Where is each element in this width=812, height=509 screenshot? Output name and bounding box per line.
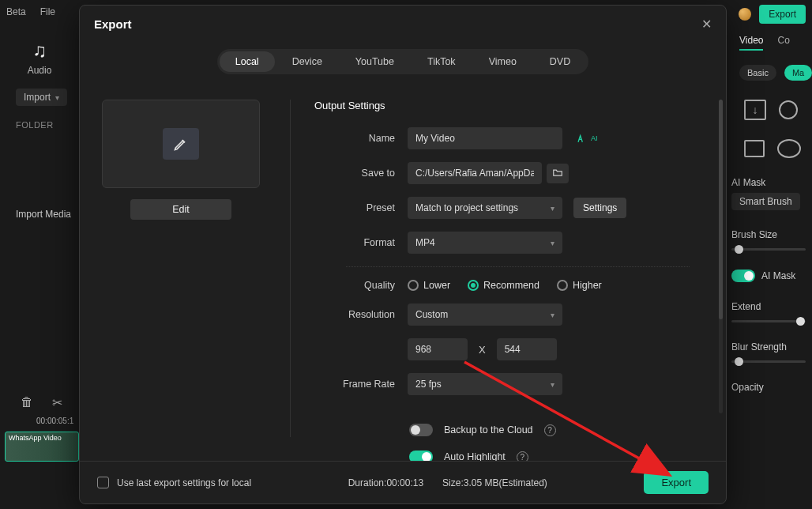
folder-section-label: FOLDER (16, 120, 79, 130)
info-icon[interactable]: ? (544, 424, 556, 436)
auto-highlight-label: Auto Highlight (444, 451, 506, 461)
export-button[interactable]: Export (644, 471, 709, 494)
music-note-icon: ♫ (0, 40, 79, 62)
ai-name-icon[interactable]: AI (577, 133, 598, 144)
close-icon[interactable]: ✕ (701, 17, 712, 32)
chevron-down-icon: ▾ (551, 239, 554, 247)
width-input[interactable] (408, 338, 468, 360)
format-label: Format (314, 237, 408, 248)
auto-highlight-toggle[interactable] (409, 451, 433, 461)
quality-label: Quality (314, 280, 408, 291)
quality-lower-label: Lower (423, 280, 450, 291)
quality-higher-label: Higher (573, 280, 602, 291)
tab-local[interactable]: Local (220, 51, 275, 72)
chevron-down-icon: ▾ (551, 380, 554, 389)
chevron-down-icon: ▾ (55, 93, 59, 102)
timeline-clip[interactable]: WhatsApp Video (5, 432, 79, 462)
dimension-x: X (479, 344, 486, 356)
scissors-icon[interactable]: ✂ (52, 395, 62, 410)
tab-video[interactable]: Video (739, 35, 763, 51)
audio-label: Audio (0, 65, 79, 76)
saveto-input[interactable] (408, 162, 542, 184)
info-icon[interactable]: ? (517, 451, 528, 462)
size-text: Size:3.05 MB(Estimated) (442, 477, 547, 488)
ai-mask-toggle-label: AI Mask (761, 270, 795, 281)
chevron-down-icon: ▾ (551, 311, 554, 319)
tab-tiktok[interactable]: TikTok (412, 51, 472, 72)
framerate-label: Frame Rate (314, 379, 408, 390)
quality-recommend-label: Recommend (483, 280, 539, 291)
settings-button[interactable]: Settings (573, 198, 626, 218)
export-modal: Export ✕ Local Device YouTube TikTok Vim… (79, 5, 727, 504)
trash-icon[interactable]: 🗑 (21, 395, 33, 410)
brush-size-slider[interactable] (731, 248, 806, 251)
name-input[interactable] (408, 127, 562, 149)
tab-dvd[interactable]: DVD (534, 51, 586, 72)
audio-tab[interactable]: ♫ Audio (0, 40, 79, 76)
thumbnail-preview (102, 100, 260, 188)
brush-size-label: Brush Size (731, 229, 812, 240)
divider (290, 100, 291, 437)
preset-label: Preset (314, 202, 408, 213)
opacity-label: Opacity (731, 382, 812, 393)
format-select[interactable]: MP4 ▾ (408, 232, 562, 254)
extend-label: Extend (731, 301, 812, 312)
backup-cloud-label: Backup to the Cloud (444, 424, 533, 435)
resolution-value: Custom (415, 309, 448, 320)
import-media-item[interactable]: Import Media (16, 209, 79, 220)
tab-youtube[interactable]: YouTube (340, 51, 410, 72)
blur-slider[interactable] (731, 360, 806, 363)
divider (346, 266, 690, 267)
extend-slider[interactable] (731, 320, 806, 322)
resolution-select[interactable]: Custom ▾ (408, 304, 562, 326)
ai-mask-toggle[interactable] (731, 270, 755, 282)
preset-value: Match to project settings (415, 202, 518, 213)
import-label: Import (24, 92, 51, 103)
quality-lower-radio[interactable]: Lower (408, 280, 450, 291)
circle-shape-icon[interactable] (779, 100, 798, 119)
folder-icon[interactable] (547, 164, 569, 183)
use-last-settings-checkbox[interactable] (97, 477, 109, 488)
output-settings-title: Output Settings (314, 100, 690, 111)
ellipse-shape-icon[interactable] (777, 139, 801, 158)
preset-select[interactable]: Match to project settings ▾ (408, 197, 562, 219)
pencil-icon (163, 128, 199, 160)
menu-file[interactable]: File (40, 6, 55, 17)
saveto-label: Save to (314, 168, 408, 179)
duration-text: Duration:00:00:13 (348, 477, 423, 488)
ai-mask-label: AI Mask (731, 177, 812, 188)
tab-vimeo[interactable]: Vimeo (473, 51, 532, 72)
timeline-timecode: 00:00:05:1 (0, 410, 79, 425)
framerate-value: 25 fps (415, 379, 442, 390)
backup-cloud-toggle[interactable] (409, 424, 433, 436)
import-dropdown[interactable]: Import ▾ (16, 89, 67, 106)
quality-higher-radio[interactable]: Higher (557, 280, 602, 291)
subtab-basic[interactable]: Basic (739, 65, 776, 81)
resolution-label: Resolution (314, 309, 408, 320)
avatar[interactable] (739, 8, 751, 21)
chevron-down-icon: ▾ (551, 204, 554, 213)
bg-export-button[interactable]: Export (759, 5, 806, 24)
format-value: MP4 (415, 237, 435, 248)
modal-title: Export (94, 17, 132, 31)
tab-device[interactable]: Device (276, 51, 338, 72)
name-label: Name (314, 133, 408, 144)
subtab-mask[interactable]: Ma (784, 65, 812, 81)
smart-brush-chip[interactable]: Smart Brush (731, 193, 800, 210)
rect-shape-icon[interactable] (744, 140, 765, 157)
edit-thumbnail-button[interactable]: Edit (130, 199, 231, 220)
blur-strength-label: Blur Strength (731, 341, 812, 353)
download-shape-icon[interactable]: ↓ (744, 100, 766, 120)
menu-beta[interactable]: Beta (6, 6, 26, 17)
tab-color[interactable]: Co (777, 35, 789, 51)
export-target-tabs: Local Device YouTube TikTok Vimeo DVD (217, 49, 589, 74)
quality-recommend-radio[interactable]: Recommend (468, 280, 539, 291)
use-last-settings-label: Use last export settings for local (117, 477, 251, 488)
scrollbar[interactable] (719, 100, 723, 413)
height-input[interactable] (497, 338, 557, 360)
framerate-select[interactable]: 25 fps ▾ (408, 373, 562, 395)
